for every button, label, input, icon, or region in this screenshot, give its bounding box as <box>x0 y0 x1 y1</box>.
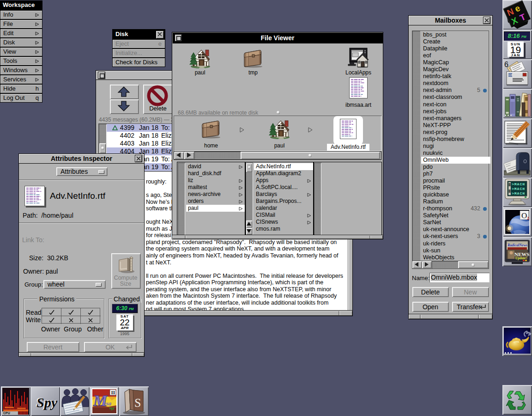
svg-text:>MACH: >MACH <box>512 182 525 186</box>
svg-text:>MACH: >MACH <box>512 187 525 191</box>
svg-text:6: 6 <box>504 61 508 68</box>
svg-text:>MACH: >MACH <box>512 191 525 196</box>
svg-text:esa: esa <box>103 400 112 407</box>
svg-text:II: II <box>111 390 115 395</box>
svg-text:2: 2 <box>527 216 529 220</box>
svg-text:Spy: Spy <box>36 395 58 410</box>
svg-text:S: S <box>134 396 141 410</box>
svg-text:CPU: CPU <box>3 411 10 415</box>
svg-text:RadicalNews: RadicalNews <box>507 243 527 247</box>
svg-text:Update!: Update! <box>515 256 527 260</box>
svg-text:O: O <box>521 211 527 220</box>
